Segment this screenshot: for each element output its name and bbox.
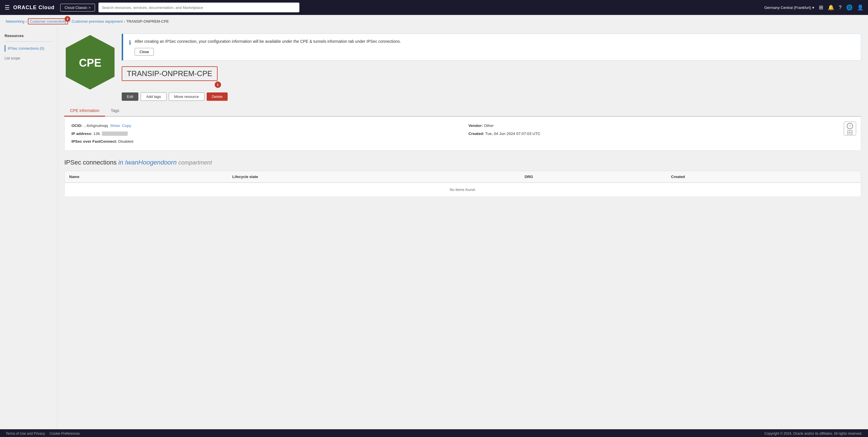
tab-cpe-information[interactable]: CPE information bbox=[64, 105, 105, 117]
hamburger-icon[interactable]: ☰ bbox=[5, 4, 10, 11]
user-icon[interactable]: 👤 bbox=[857, 4, 863, 11]
sidebar-section-title: Resources bbox=[5, 34, 53, 38]
region-selector[interactable]: Germany Central (Frankfurt) ▾ bbox=[764, 5, 814, 10]
sidebar-scope-label: List scope bbox=[5, 56, 53, 60]
info-grid: OCID: ...6xhgnulmqq Show Copy IP address… bbox=[71, 123, 854, 145]
help-circle-icon: ? bbox=[847, 123, 853, 129]
cpe-info-panel: OCID: ...6xhgnulmqq Show Copy IP address… bbox=[64, 117, 861, 151]
ocid-copy-link[interactable]: Copy bbox=[122, 123, 131, 128]
nav-right: Germany Central (Frankfurt) ▾ ⊞ 🔔 ? 🌐 👤 bbox=[764, 4, 863, 11]
info-banner-text: After creating an IPSec connection, your… bbox=[135, 38, 401, 44]
ip-label: IP address: bbox=[71, 131, 92, 136]
ocid-value: ...6xhgnulmqq bbox=[84, 123, 108, 128]
globe-icon[interactable]: 🌐 bbox=[846, 4, 852, 11]
main-layout: Resources IPSec connections (0) List sco… bbox=[0, 28, 868, 429]
created-label: Created: bbox=[468, 131, 484, 136]
resource-title-section: TRANSIP-ONPREM-CPE 1 Edit Add tags Move … bbox=[122, 66, 861, 101]
ip-row: IP address: 136. bbox=[71, 131, 457, 137]
sidebar-item-ipsec[interactable]: IPSec connections (0) bbox=[5, 45, 53, 52]
ipsec-fc-label: IPSec over FastConnect: bbox=[71, 139, 117, 144]
tab-tags[interactable]: Tags bbox=[105, 105, 125, 117]
delete-button[interactable]: Delete bbox=[207, 92, 228, 101]
created-row: Created: Tue, 04 Jun 2024 07:07:03 UTC bbox=[468, 131, 854, 137]
breadcrumb-sep-3: › bbox=[124, 19, 125, 24]
vendor-row: Vendor: Other bbox=[468, 123, 854, 129]
help-icon[interactable]: ? bbox=[839, 5, 842, 11]
close-button[interactable]: Close bbox=[135, 48, 154, 56]
vendor-label: Vendor: bbox=[468, 123, 483, 128]
ocid-show-link[interactable]: Show bbox=[110, 123, 120, 128]
breadcrumb-sep-1: › bbox=[26, 19, 27, 24]
resource-title: TRANSIP-ONPREM-CPE bbox=[127, 69, 212, 78]
help-dots-icon bbox=[847, 130, 853, 135]
table-col-lifecycle: Lifecycle state bbox=[228, 171, 520, 183]
breadcrumb: Networking › Customer connectivity 2 › C… bbox=[0, 15, 868, 28]
tabs-bar: CPE information Tags bbox=[64, 105, 861, 117]
top-nav: ☰ ORACLE Cloud Cloud Classic > Germany C… bbox=[0, 0, 868, 15]
breadcrumb-customer-connectivity[interactable]: Customer connectivity bbox=[30, 19, 66, 24]
console-icon[interactable]: ⊞ bbox=[819, 4, 823, 11]
region-label: Germany Central (Frankfurt) bbox=[764, 5, 811, 10]
table-empty-row: No items found. bbox=[65, 183, 861, 197]
title-badge: 1 bbox=[215, 82, 221, 88]
sidebar: Resources IPSec connections (0) List sco… bbox=[0, 28, 57, 429]
edit-button[interactable]: Edit bbox=[122, 92, 138, 101]
footer-copyright: Copyright © 2024, Oracle and/or its affi… bbox=[764, 432, 862, 436]
footer: Terms of Use and Privacy Cookie Preferen… bbox=[0, 429, 868, 437]
add-tags-button[interactable]: Add tags bbox=[141, 92, 166, 101]
sidebar-divider bbox=[5, 41, 53, 42]
table-col-drg: DRG bbox=[520, 171, 666, 183]
ipsec-fc-value: Disabled bbox=[118, 139, 133, 144]
footer-cookie-link[interactable]: Cookie Preferences bbox=[50, 432, 80, 436]
move-resource-button[interactable]: Move resource bbox=[169, 92, 205, 101]
search-input[interactable] bbox=[98, 3, 299, 12]
ocid-row: OCID: ...6xhgnulmqq Show Copy bbox=[71, 123, 457, 129]
footer-terms-link[interactable]: Terms of Use and Privacy bbox=[6, 432, 45, 436]
help-corner-button[interactable]: ? bbox=[844, 121, 856, 136]
footer-links: Terms of Use and Privacy Cookie Preferen… bbox=[6, 432, 80, 436]
breadcrumb-networking[interactable]: Networking bbox=[6, 19, 24, 24]
ipsec-connections-table: Name Lifecycle state DRG Created No item… bbox=[64, 171, 861, 197]
info-banner: ℹ After creating an IPSec connection, yo… bbox=[122, 34, 861, 61]
ipsec-section-title: IPSec connections in IwanHoogendoorn com… bbox=[64, 159, 861, 166]
cpe-hexagon-icon: CPE bbox=[64, 34, 116, 91]
cloud-classic-button[interactable]: Cloud Classic > bbox=[60, 4, 95, 11]
sidebar-item-ipsec-label: IPSec connections (0) bbox=[8, 46, 44, 51]
right-header: ℹ After creating an IPSec connection, yo… bbox=[122, 34, 861, 101]
ipsec-compartment-name: IwanHoogendoorn bbox=[125, 159, 177, 166]
ip-blurred bbox=[102, 131, 128, 136]
chevron-down-icon: ▾ bbox=[812, 5, 814, 10]
table-col-created: Created bbox=[666, 171, 861, 183]
resource-title-box: TRANSIP-ONPREM-CPE bbox=[122, 66, 218, 81]
ocid-label: OCID: bbox=[71, 123, 82, 128]
oracle-logo: ORACLE Cloud bbox=[13, 5, 55, 11]
content-area: CPE ℹ After creating an IPSec connection… bbox=[57, 28, 868, 429]
ipsec-title-suffix: compartment bbox=[179, 159, 212, 166]
breadcrumb-current: TRANSIP-ONPREM-CPE bbox=[126, 19, 169, 24]
table-empty-message: No items found. bbox=[65, 183, 861, 197]
created-value: Tue, 04 Jun 2024 07:07:03 UTC bbox=[485, 131, 540, 136]
ipsec-title-in: in bbox=[118, 159, 123, 166]
vendor-value: Other bbox=[484, 123, 494, 128]
bell-icon[interactable]: 🔔 bbox=[828, 4, 834, 11]
ip-value: 136. bbox=[93, 131, 102, 136]
ipsec-section: IPSec connections in IwanHoogendoorn com… bbox=[64, 159, 861, 197]
cpe-label: CPE bbox=[79, 57, 101, 69]
breadcrumb-customer-premises[interactable]: Customer-premises equipment bbox=[72, 19, 123, 24]
table-col-name: Name bbox=[65, 171, 228, 183]
action-buttons: Edit Add tags Move resource Delete bbox=[122, 92, 861, 101]
info-circle-icon: ℹ bbox=[129, 39, 131, 46]
ipsec-title-prefix: IPSec connections bbox=[64, 159, 117, 166]
ipsec-fc-row: IPSec over FastConnect: Disabled bbox=[71, 138, 457, 145]
header-row: CPE ℹ After creating an IPSec connection… bbox=[64, 34, 861, 101]
